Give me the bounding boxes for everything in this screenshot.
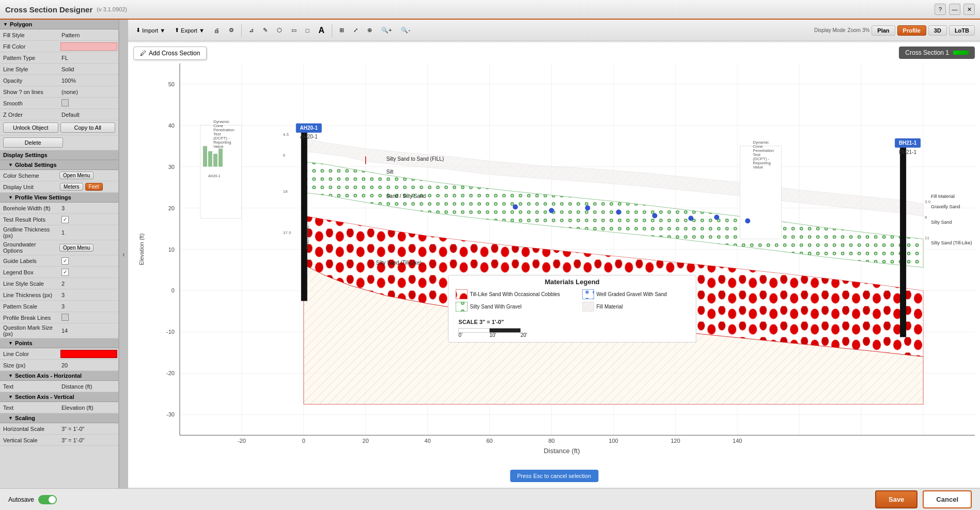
line-color-label: Line Color	[0, 350, 59, 358]
svg-text:-20: -20	[238, 438, 246, 444]
esc-notification: Press Esc to cancel selection	[510, 470, 598, 482]
line-style-scale-value: 2	[59, 280, 118, 288]
minimize-button[interactable]: —	[949, 4, 960, 15]
z-order-label: Z Order	[0, 111, 59, 119]
import-button[interactable]: ⬇ Import ▼	[132, 25, 169, 36]
delete-button[interactable]: Delete	[3, 137, 63, 148]
add-cross-section-button[interactable]: 🖊 Add Cross Section	[133, 47, 207, 60]
help-button[interactable]: ?	[935, 4, 946, 15]
close-button[interactable]: ✕	[963, 4, 975, 15]
profile-break-lines-row: Profile Break Lines	[0, 312, 118, 323]
settings-button[interactable]: ⚙	[225, 25, 238, 36]
feet-button[interactable]: Feet	[85, 183, 103, 191]
cancel-button[interactable]: Cancel	[923, 490, 972, 508]
square-tool-button[interactable]: □	[302, 25, 313, 36]
meters-button[interactable]: Meters	[60, 183, 83, 191]
lotb-mode-button[interactable]: LoTB	[949, 25, 975, 36]
color-scheme-label: Color Scheme	[0, 172, 59, 180]
display-settings-label: Display Settings	[3, 152, 48, 158]
canvas-area: ⬇ Import ▼ ⬆ Export ▼ 🖨 ⚙ ⊿ ✎	[128, 20, 980, 488]
select-tool-button[interactable]: ⊿	[245, 25, 257, 36]
copy-to-all-button[interactable]: Copy to All	[60, 122, 116, 133]
svg-point-113	[745, 219, 750, 224]
panel-toggle-button[interactable]: ‹	[119, 20, 128, 488]
unlock-copy-row: Unlock Object Copy to All	[0, 120, 118, 135]
svg-text:80: 80	[548, 438, 554, 444]
show-lines-label: Show ? on lines	[0, 88, 59, 96]
autosave-toggle[interactable]	[38, 495, 57, 504]
svg-text:Silt: Silt	[386, 169, 394, 175]
pencil-tool-button[interactable]: ✎	[259, 25, 271, 36]
profile-mode-button[interactable]: Profile	[897, 25, 926, 36]
svg-text:4.5: 4.5	[283, 132, 289, 137]
app-version: (v 3.1.0902)	[97, 6, 127, 12]
svg-rect-122	[582, 302, 594, 311]
fill-color-row: Fill Color	[0, 41, 118, 52]
save-button[interactable]: Save	[875, 490, 917, 508]
svg-text:30: 30	[168, 164, 175, 170]
global-settings-header[interactable]: ▼ Global Settings	[0, 160, 118, 170]
scaling-label: Scaling	[15, 415, 35, 421]
fill-color-swatch[interactable]	[60, 42, 117, 51]
polygon-section-header[interactable]: ▼ Polygon	[0, 20, 118, 29]
svg-rect-118	[582, 289, 594, 299]
vertical-scale-row: Vertical Scale 3" = 1'-0"	[0, 435, 118, 446]
section-axis-horizontal-header[interactable]: ▼ Section Axis - Horizontal	[0, 371, 118, 381]
svg-text:Silty Sand (Till-Like): Silty Sand (Till-Like)	[931, 240, 972, 245]
test-result-plots-label: Test Result Plots	[0, 215, 59, 224]
svg-text:AH20-1: AH20-1	[208, 174, 221, 178]
groundwater-options-menu-button[interactable]: Open Menu	[59, 244, 94, 252]
point-size-row: Size (px) 20	[0, 360, 118, 371]
zoom-fit-button[interactable]: ⊕	[364, 25, 376, 36]
point-size-value: 20	[59, 361, 118, 369]
left-panel: ▼ Polygon Fill Style Pattern Fill Color …	[0, 20, 119, 488]
text-tool-button[interactable]: A	[315, 24, 328, 37]
pattern-type-row: Pattern Type FL	[0, 52, 118, 64]
profile-view-settings-label: Profile View Settings	[15, 194, 71, 200]
svg-text:Materials Legend: Materials Legend	[545, 278, 599, 286]
svg-text:Fill Material: Fill Material	[931, 194, 955, 199]
points-section-header[interactable]: ▼ Points	[0, 338, 118, 348]
polygon-tool-button[interactable]: ⬡	[273, 25, 286, 36]
test-result-plots-checkbox[interactable]	[59, 215, 118, 224]
show-lines-value: (none)	[59, 88, 118, 96]
svg-point-107	[549, 208, 554, 213]
pattern-type-label: Pattern Type	[0, 54, 59, 62]
export-button[interactable]: ⬆ Export ▼	[171, 25, 208, 36]
svg-text:AH20-1: AH20-1	[300, 125, 318, 131]
svg-text:40: 40	[168, 122, 175, 129]
svg-rect-116	[456, 289, 468, 299]
color-scheme-menu-button[interactable]: Open Menu	[59, 172, 94, 179]
rect-tool-button[interactable]: ▭	[288, 25, 300, 36]
smooth-checkbox[interactable]	[59, 98, 118, 109]
pattern-scale-value: 3	[59, 302, 118, 311]
axis-h-text-label: Text	[0, 382, 59, 391]
profile-break-lines-checkbox[interactable]	[59, 313, 118, 323]
sav-arrow-icon: ▼	[8, 394, 13, 399]
guide-labels-checkbox[interactable]	[59, 256, 118, 266]
legend-box-checkbox[interactable]	[59, 268, 118, 277]
section-axis-vertical-header[interactable]: ▼ Section Axis - Vertical	[0, 392, 118, 402]
points-label: Points	[15, 340, 33, 346]
test-result-plots-row: Test Result Plots	[0, 214, 118, 225]
fit-button[interactable]: ⤢	[350, 25, 362, 36]
display-settings-header[interactable]: Display Settings	[0, 150, 118, 160]
3d-mode-button[interactable]: 3D	[928, 25, 947, 36]
polygon-icon: ⬡	[277, 27, 282, 34]
vertical-scale-value: 3" = 1'-0"	[59, 436, 118, 444]
line-color-swatch[interactable]	[60, 350, 117, 358]
points-arrow-icon: ▼	[8, 341, 13, 346]
svg-rect-69	[900, 146, 906, 337]
profile-view-settings-header[interactable]: ▼ Profile View Settings	[0, 193, 118, 203]
export-dropdown-icon: ▼	[199, 27, 205, 34]
plan-mode-button[interactable]: Plan	[872, 25, 895, 36]
smooth-label: Smooth	[0, 99, 59, 107]
import-dropdown-icon: ▼	[160, 27, 165, 34]
zoom-in-button[interactable]: 🔍+	[378, 25, 395, 36]
grid-button[interactable]: ⊞	[336, 25, 348, 36]
svg-rect-120	[456, 302, 468, 311]
print-button[interactable]: 🖨	[210, 25, 223, 36]
scaling-section-header[interactable]: ▼ Scaling	[0, 413, 118, 423]
unlock-object-button[interactable]: Unlock Object	[3, 122, 58, 133]
zoom-out-button[interactable]: 🔍-	[397, 25, 414, 36]
